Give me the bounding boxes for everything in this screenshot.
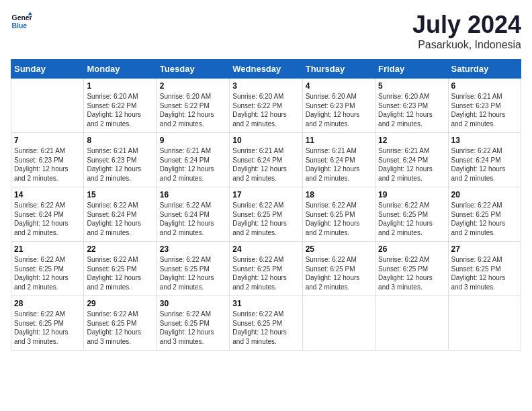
day-number: 7: [14, 136, 81, 145]
day-info: Sunrise: 6:20 AM Sunset: 6:22 PM Dayligh…: [160, 92, 226, 128]
day-info: Sunrise: 6:22 AM Sunset: 6:25 PM Dayligh…: [14, 310, 81, 346]
calendar-cell: 6Sunrise: 6:21 AM Sunset: 6:23 PM Daylig…: [448, 79, 521, 133]
day-number: 20: [451, 190, 518, 199]
calendar-cell: 1Sunrise: 6:20 AM Sunset: 6:22 PM Daylig…: [84, 79, 157, 133]
calendar-cell: [11, 79, 84, 133]
day-info: Sunrise: 6:22 AM Sunset: 6:25 PM Dayligh…: [232, 310, 299, 346]
calendar-week-2: 14Sunrise: 6:22 AM Sunset: 6:24 PM Dayli…: [11, 187, 521, 242]
day-info: Sunrise: 6:22 AM Sunset: 6:24 PM Dayligh…: [451, 146, 518, 183]
day-info: Sunrise: 6:21 AM Sunset: 6:24 PM Dayligh…: [160, 146, 226, 183]
calendar-cell: 8Sunrise: 6:21 AM Sunset: 6:23 PM Daylig…: [84, 133, 157, 187]
calendar-cell: 29Sunrise: 6:22 AM Sunset: 6:25 PM Dayli…: [84, 296, 157, 351]
calendar-cell: 21Sunrise: 6:22 AM Sunset: 6:25 PM Dayli…: [11, 242, 84, 296]
calendar-cell: [302, 296, 375, 351]
month-title: July 2024: [412, 11, 521, 39]
header-row: SundayMondayTuesdayWednesdayThursdayFrid…: [11, 60, 521, 79]
day-number: 2: [160, 81, 226, 91]
calendar-cell: 26Sunrise: 6:22 AM Sunset: 6:25 PM Dayli…: [375, 242, 448, 296]
day-number: 18: [306, 190, 372, 199]
calendar-cell: 16Sunrise: 6:22 AM Sunset: 6:24 PM Dayli…: [157, 187, 229, 242]
calendar-cell: 31Sunrise: 6:22 AM Sunset: 6:25 PM Dayli…: [230, 296, 302, 351]
calendar-cell: 7Sunrise: 6:21 AM Sunset: 6:23 PM Daylig…: [11, 133, 84, 187]
day-number: 10: [232, 136, 299, 145]
day-info: Sunrise: 6:21 AM Sunset: 6:23 PM Dayligh…: [87, 146, 153, 183]
calendar-header: SundayMondayTuesdayWednesdayThursdayFrid…: [11, 60, 521, 79]
calendar-cell: 27Sunrise: 6:22 AM Sunset: 6:25 PM Dayli…: [448, 242, 521, 296]
day-info: Sunrise: 6:20 AM Sunset: 6:22 PM Dayligh…: [87, 92, 153, 128]
calendar-cell: 3Sunrise: 6:20 AM Sunset: 6:22 PM Daylig…: [230, 79, 302, 133]
day-number: 26: [378, 244, 445, 254]
calendar-cell: 14Sunrise: 6:22 AM Sunset: 6:24 PM Dayli…: [11, 187, 84, 242]
day-number: 11: [306, 136, 372, 145]
day-info: Sunrise: 6:20 AM Sunset: 6:22 PM Dayligh…: [232, 92, 299, 128]
day-number: 9: [160, 136, 226, 145]
day-info: Sunrise: 6:22 AM Sunset: 6:25 PM Dayligh…: [451, 255, 518, 291]
day-info: Sunrise: 6:21 AM Sunset: 6:24 PM Dayligh…: [306, 146, 372, 183]
day-info: Sunrise: 6:22 AM Sunset: 6:25 PM Dayligh…: [87, 310, 153, 346]
day-number: 27: [451, 244, 518, 254]
day-info: Sunrise: 6:22 AM Sunset: 6:25 PM Dayligh…: [378, 201, 445, 237]
calendar-week-0: 1Sunrise: 6:20 AM Sunset: 6:22 PM Daylig…: [11, 79, 521, 133]
calendar-cell: 9Sunrise: 6:21 AM Sunset: 6:24 PM Daylig…: [157, 133, 229, 187]
day-info: Sunrise: 6:22 AM Sunset: 6:25 PM Dayligh…: [87, 255, 153, 291]
svg-marker-2: [28, 12, 32, 15]
weekday-header-sunday: Sunday: [11, 60, 84, 79]
day-info: Sunrise: 6:22 AM Sunset: 6:25 PM Dayligh…: [232, 201, 299, 237]
day-info: Sunrise: 6:22 AM Sunset: 6:24 PM Dayligh…: [160, 201, 226, 237]
weekday-header-friday: Friday: [375, 60, 448, 79]
day-number: 16: [160, 190, 226, 199]
calendar-week-4: 28Sunrise: 6:22 AM Sunset: 6:25 PM Dayli…: [11, 296, 521, 351]
weekday-header-thursday: Thursday: [302, 60, 375, 79]
weekday-header-wednesday: Wednesday: [230, 60, 302, 79]
day-info: Sunrise: 6:22 AM Sunset: 6:25 PM Dayligh…: [306, 255, 372, 291]
weekday-header-monday: Monday: [84, 60, 157, 79]
calendar-cell: 18Sunrise: 6:22 AM Sunset: 6:25 PM Dayli…: [302, 187, 375, 242]
day-info: Sunrise: 6:22 AM Sunset: 6:25 PM Dayligh…: [160, 255, 226, 291]
day-number: 31: [232, 299, 299, 308]
day-info: Sunrise: 6:21 AM Sunset: 6:23 PM Dayligh…: [14, 146, 81, 183]
logo-icon: General Blue: [11, 11, 32, 32]
day-number: 19: [378, 190, 445, 199]
day-number: 28: [14, 299, 81, 308]
day-number: 13: [451, 136, 518, 145]
day-number: 6: [451, 81, 518, 91]
day-number: 30: [160, 299, 226, 308]
calendar-cell: 25Sunrise: 6:22 AM Sunset: 6:25 PM Dayli…: [302, 242, 375, 296]
day-number: 5: [378, 81, 445, 91]
day-number: 14: [14, 190, 81, 199]
day-number: 24: [232, 244, 299, 254]
calendar-cell: 13Sunrise: 6:22 AM Sunset: 6:24 PM Dayli…: [448, 133, 521, 187]
day-number: 12: [378, 136, 445, 145]
calendar-cell: 17Sunrise: 6:22 AM Sunset: 6:25 PM Dayli…: [230, 187, 302, 242]
day-info: Sunrise: 6:22 AM Sunset: 6:24 PM Dayligh…: [87, 201, 153, 237]
calendar-cell: 11Sunrise: 6:21 AM Sunset: 6:24 PM Dayli…: [302, 133, 375, 187]
calendar-cell: 22Sunrise: 6:22 AM Sunset: 6:25 PM Dayli…: [84, 242, 157, 296]
day-info: Sunrise: 6:22 AM Sunset: 6:25 PM Dayligh…: [378, 255, 445, 291]
calendar-week-1: 7Sunrise: 6:21 AM Sunset: 6:23 PM Daylig…: [11, 133, 521, 187]
day-info: Sunrise: 6:21 AM Sunset: 6:23 PM Dayligh…: [451, 92, 518, 128]
day-number: 17: [232, 190, 299, 199]
day-number: 22: [87, 244, 153, 254]
weekday-header-saturday: Saturday: [448, 60, 521, 79]
calendar-cell: 2Sunrise: 6:20 AM Sunset: 6:22 PM Daylig…: [157, 79, 229, 133]
day-number: 1: [87, 81, 153, 91]
calendar-cell: 15Sunrise: 6:22 AM Sunset: 6:24 PM Dayli…: [84, 187, 157, 242]
calendar-week-3: 21Sunrise: 6:22 AM Sunset: 6:25 PM Dayli…: [11, 242, 521, 296]
day-info: Sunrise: 6:20 AM Sunset: 6:23 PM Dayligh…: [306, 92, 372, 128]
logo: General Blue: [11, 11, 32, 32]
calendar-cell: 4Sunrise: 6:20 AM Sunset: 6:23 PM Daylig…: [302, 79, 375, 133]
calendar-cell: 12Sunrise: 6:21 AM Sunset: 6:24 PM Dayli…: [375, 133, 448, 187]
calendar-cell: [375, 296, 448, 351]
calendar-body: 1Sunrise: 6:20 AM Sunset: 6:22 PM Daylig…: [11, 79, 521, 351]
day-info: Sunrise: 6:22 AM Sunset: 6:24 PM Dayligh…: [14, 201, 81, 237]
header: General Blue July 2024 Pasarkuok, Indone…: [11, 11, 521, 51]
day-number: 23: [160, 244, 226, 254]
calendar-cell: 23Sunrise: 6:22 AM Sunset: 6:25 PM Dayli…: [157, 242, 229, 296]
location-title: Pasarkuok, Indonesia: [412, 39, 521, 51]
calendar-cell: 19Sunrise: 6:22 AM Sunset: 6:25 PM Dayli…: [375, 187, 448, 242]
day-info: Sunrise: 6:22 AM Sunset: 6:25 PM Dayligh…: [306, 201, 372, 237]
day-number: 29: [87, 299, 153, 308]
svg-text:General: General: [12, 14, 32, 21]
calendar-cell: 5Sunrise: 6:20 AM Sunset: 6:23 PM Daylig…: [375, 79, 448, 133]
day-number: 3: [232, 81, 299, 91]
